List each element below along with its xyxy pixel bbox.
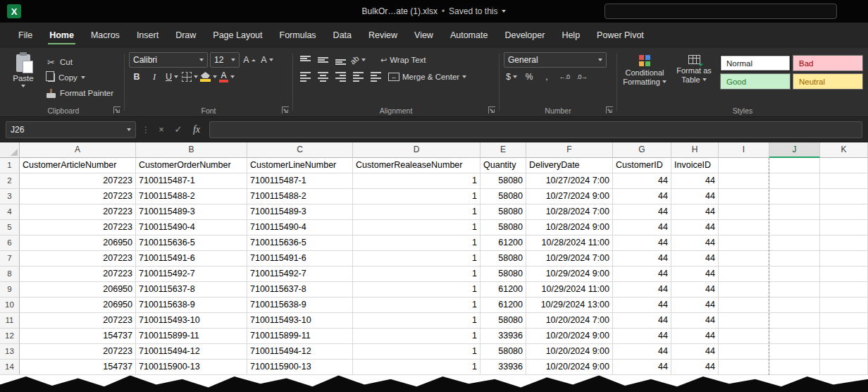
cell-G6[interactable]: 44 xyxy=(613,235,671,251)
increase-indent-button[interactable] xyxy=(368,69,383,85)
increase-font-size-button[interactable]: A xyxy=(242,52,257,68)
column-header-A[interactable]: A xyxy=(20,142,136,158)
cell-B10[interactable]: 7100115638-9 xyxy=(136,298,247,313)
cell-C2[interactable]: 7100115487-1 xyxy=(247,173,353,189)
row-header-8[interactable]: 8 xyxy=(0,267,20,282)
row-header-2[interactable]: 2 xyxy=(0,173,20,189)
cell-F5[interactable]: 10/28/2024 9:00 xyxy=(526,220,613,235)
borders-button[interactable] xyxy=(182,69,198,85)
cell-E7[interactable]: 58080 xyxy=(480,251,526,267)
cell-G13[interactable]: 44 xyxy=(613,344,671,360)
cell-D9[interactable]: 1 xyxy=(353,282,480,298)
align-right-button[interactable] xyxy=(333,69,348,85)
cell-I5[interactable] xyxy=(719,220,769,235)
cell-I4[interactable] xyxy=(719,204,769,220)
fill-color-button[interactable] xyxy=(200,69,217,85)
cell-A1[interactable]: CustomerArticleNumber xyxy=(20,158,136,173)
cell-K12[interactable] xyxy=(820,329,868,344)
column-header-E[interactable]: E xyxy=(480,142,526,158)
cell-style-bad[interactable]: Bad xyxy=(793,55,863,71)
cell-E11[interactable]: 58080 xyxy=(480,313,526,329)
cell-I8[interactable] xyxy=(719,267,769,282)
cell-F3[interactable]: 10/27/2024 9:00 xyxy=(526,189,613,204)
cell-F8[interactable]: 10/29/2024 9:00 xyxy=(526,267,613,282)
cell-B6[interactable]: 7100115636-5 xyxy=(136,235,247,251)
menu-tab-data[interactable]: Data xyxy=(325,23,360,48)
cell-F10[interactable]: 10/29/2024 13:00 xyxy=(526,298,613,313)
cell-K11[interactable] xyxy=(820,313,868,329)
cell-H4[interactable]: 44 xyxy=(671,204,719,220)
row-header-11[interactable]: 11 xyxy=(0,313,20,329)
cell-C9[interactable]: 7100115637-8 xyxy=(247,282,353,298)
cell-E12[interactable]: 33936 xyxy=(480,329,526,344)
decrease-decimal-button[interactable]: .0→ xyxy=(574,69,590,85)
cell-E8[interactable]: 58080 xyxy=(480,267,526,282)
cell-J5[interactable] xyxy=(769,220,820,235)
cell-D8[interactable]: 1 xyxy=(353,267,480,282)
column-header-C[interactable]: C xyxy=(247,142,353,158)
cell-D14[interactable]: 1 xyxy=(353,360,480,375)
column-header-J[interactable]: J xyxy=(769,142,820,158)
cell-H10[interactable]: 44 xyxy=(671,298,719,313)
saved-status[interactable]: Saved to this xyxy=(449,6,497,16)
cell-A2[interactable]: 207223 xyxy=(20,173,136,189)
cell-C12[interactable]: 7100115899-11 xyxy=(247,329,353,344)
cell-D2[interactable]: 1 xyxy=(353,173,480,189)
menu-tab-macros[interactable]: Macros xyxy=(82,23,128,48)
cell-style-normal[interactable]: Normal xyxy=(720,55,790,71)
cell-A8[interactable]: 207223 xyxy=(20,267,136,282)
row-header-3[interactable]: 3 xyxy=(0,189,20,204)
excel-logo-icon[interactable]: X xyxy=(7,4,21,18)
cell-E14[interactable]: 33936 xyxy=(480,360,526,375)
cell-A11[interactable]: 207223 xyxy=(20,313,136,329)
cell-I7[interactable] xyxy=(719,251,769,267)
cell-K2[interactable] xyxy=(820,173,868,189)
cell-E3[interactable]: 58080 xyxy=(480,189,526,204)
row-header-9[interactable]: 9 xyxy=(0,282,20,298)
cell-H13[interactable]: 44 xyxy=(671,344,719,360)
cell-J7[interactable] xyxy=(769,251,820,267)
column-header-H[interactable]: H xyxy=(671,142,719,158)
cell-J10[interactable] xyxy=(769,298,820,313)
cell-H6[interactable]: 44 xyxy=(671,235,719,251)
cell-C3[interactable]: 7100115488-2 xyxy=(247,189,353,204)
cell-B14[interactable]: 7100115900-13 xyxy=(136,360,247,375)
percent-format-button[interactable]: % xyxy=(521,69,537,85)
cell-B9[interactable]: 7100115637-8 xyxy=(136,282,247,298)
cell-F2[interactable]: 10/27/2024 7:00 xyxy=(526,173,613,189)
cell-C6[interactable]: 7100115636-5 xyxy=(247,235,353,251)
align-center-button[interactable] xyxy=(315,69,330,85)
select-all-button[interactable] xyxy=(0,142,20,158)
cell-F14[interactable]: 10/20/2024 9:00 xyxy=(526,360,613,375)
cell-G8[interactable]: 44 xyxy=(613,267,671,282)
row-header-13[interactable]: 13 xyxy=(0,344,20,360)
bold-button[interactable]: B xyxy=(129,69,144,85)
decrease-indent-button[interactable] xyxy=(350,69,366,85)
cell-K13[interactable] xyxy=(820,344,868,360)
cell-A3[interactable]: 207223 xyxy=(20,189,136,204)
cell-H9[interactable]: 44 xyxy=(671,282,719,298)
menu-tab-review[interactable]: Review xyxy=(360,23,406,48)
cell-A4[interactable]: 207223 xyxy=(20,204,136,220)
column-header-F[interactable]: F xyxy=(526,142,613,158)
cell-F13[interactable]: 10/20/2024 9:00 xyxy=(526,344,613,360)
cell-style-good[interactable]: Good xyxy=(720,73,790,90)
cell-style-neutral[interactable]: Neutral xyxy=(793,73,863,90)
cell-C10[interactable]: 7100115638-9 xyxy=(247,298,353,313)
comma-format-button[interactable]: , xyxy=(539,69,554,85)
underline-button[interactable]: U xyxy=(164,69,180,85)
align-middle-button[interactable] xyxy=(315,52,330,68)
cell-E9[interactable]: 61200 xyxy=(480,282,526,298)
cell-B1[interactable]: CustomerOrderNumber xyxy=(136,158,247,173)
menu-tab-developer[interactable]: Developer xyxy=(496,23,553,48)
menu-tab-draw[interactable]: Draw xyxy=(167,23,204,48)
cell-B11[interactable]: 7100115493-10 xyxy=(136,313,247,329)
cell-G7[interactable]: 44 xyxy=(613,251,671,267)
menu-tab-page-layout[interactable]: Page Layout xyxy=(204,23,271,48)
cell-G1[interactable]: CustomerID xyxy=(613,158,671,173)
cell-F4[interactable]: 10/28/2024 7:00 xyxy=(526,204,613,220)
menu-tab-help[interactable]: Help xyxy=(553,23,588,48)
menu-tab-formulas[interactable]: Formulas xyxy=(271,23,325,48)
cell-I12[interactable] xyxy=(719,329,769,344)
chevron-down-icon[interactable] xyxy=(502,10,506,13)
